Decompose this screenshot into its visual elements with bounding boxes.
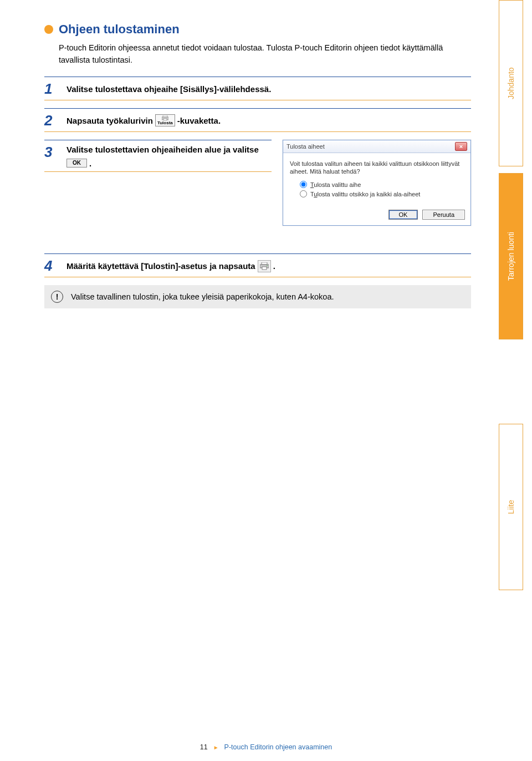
- dialog-footer: OK Peruuta: [283, 205, 470, 225]
- step-2-before: Napsauta työkalurivin: [66, 115, 153, 126]
- radio-2-label: Tulosta valittu otsikko ja kaikki ala-ai…: [310, 191, 420, 197]
- radio-1[interactable]: [300, 181, 307, 188]
- dialog-body-text: Voit tulostaa valitun aiheen tai kaikki …: [290, 160, 464, 176]
- intro-text: P-touch Editorin ohjeessa annetut tiedot…: [59, 42, 471, 67]
- step-4-after: .: [273, 260, 275, 272]
- svg-rect-6: [262, 267, 267, 270]
- arrow-icon: ►: [213, 744, 219, 750]
- dialog-body: Voit tulostaa valitun aiheen tai kaikki …: [283, 153, 470, 206]
- print-icon-label: Tulosta: [157, 121, 173, 125]
- step-3-text: Valitse tulostettavien ohjeaiheiden alue…: [66, 144, 272, 169]
- svg-rect-0: [163, 115, 167, 117]
- step-4-text: Määritä käytettävä [Tulostin]-asetus ja …: [66, 260, 275, 272]
- print-topics-dialog: Tulosta aiheet × Voit tulostaa valitun a…: [283, 140, 471, 226]
- note-text: Valitse tavallinen tulostin, joka tukee …: [71, 292, 334, 301]
- page-footer: 11 ► P-touch Editorin ohjeen avaaminen: [0, 743, 532, 751]
- svg-point-5: [267, 265, 268, 266]
- step-number: 4: [44, 257, 61, 275]
- step-2-after: -kuvaketta.: [177, 115, 221, 126]
- step-number: 2: [44, 112, 61, 129]
- close-icon[interactable]: ×: [455, 142, 467, 151]
- tab-johdanto[interactable]: Johdanto: [499, 0, 523, 166]
- step-4: 4 Määritä käytettävä [Tulostin]-asetus j…: [44, 253, 471, 277]
- page-title: Ohjeen tulostaminen: [59, 22, 180, 37]
- tab-liite[interactable]: Liite: [499, 424, 523, 590]
- heading-row: Ohjeen tulostaminen: [44, 22, 471, 37]
- note-box: ! Valitse tavallinen tulostin, joka tuke…: [44, 285, 471, 308]
- step-2: 2 Napsauta työkalurivin Tulosta -kuvaket…: [44, 108, 471, 132]
- ok-button[interactable]: OK: [388, 210, 418, 220]
- dialog-title: Tulosta aiheet: [287, 143, 325, 150]
- footer-link[interactable]: P-touch Editorin ohjeen avaaminen: [224, 743, 332, 751]
- svg-rect-3: [262, 262, 267, 265]
- radio-option-1[interactable]: Tulosta valittu aihe: [300, 181, 464, 188]
- printer-button-icon[interactable]: [258, 260, 271, 272]
- printer-icon: [260, 262, 269, 270]
- side-tabs: Johdanto Tarrojen luonti Liite: [499, 0, 523, 590]
- step-3: 3 Valitse tulostettavien ohjeaiheiden al…: [44, 140, 272, 172]
- warning-icon: !: [51, 291, 63, 303]
- tab-tarrojen-luonti[interactable]: Tarrojen luonti: [499, 173, 523, 339]
- step-4-before: Määritä käytettävä [Tulostin]-asetus ja …: [66, 260, 255, 272]
- radio-option-2[interactable]: Tulosta valittu otsikko ja kaikki ala-ai…: [300, 190, 464, 197]
- step-1: 1 Valitse tulostettava ohjeaihe [Sisälly…: [44, 77, 471, 100]
- step-2-text: Napsauta työkalurivin Tulosta -kuvaketta…: [66, 114, 221, 126]
- step-3-before: Valitse tulostettavien ohjeaiheiden alue…: [66, 144, 259, 155]
- ok-button-inline[interactable]: OK: [66, 159, 87, 168]
- page-number: 11: [200, 743, 208, 751]
- step-number: 3: [44, 144, 61, 161]
- cancel-button[interactable]: Peruuta: [422, 210, 465, 220]
- radio-2[interactable]: [300, 190, 307, 197]
- print-toolbar-icon[interactable]: Tulosta: [155, 114, 175, 126]
- heading-bullet-icon: [44, 25, 53, 34]
- dialog-titlebar: Tulosta aiheet ×: [283, 140, 470, 153]
- step-1-text: Valitse tulostettava ohjeaihe [Sisällys]…: [66, 83, 271, 95]
- step-3-after: .: [89, 158, 91, 169]
- step-number: 1: [44, 80, 61, 98]
- radio-1-label: Tulosta valittu aihe: [310, 181, 361, 188]
